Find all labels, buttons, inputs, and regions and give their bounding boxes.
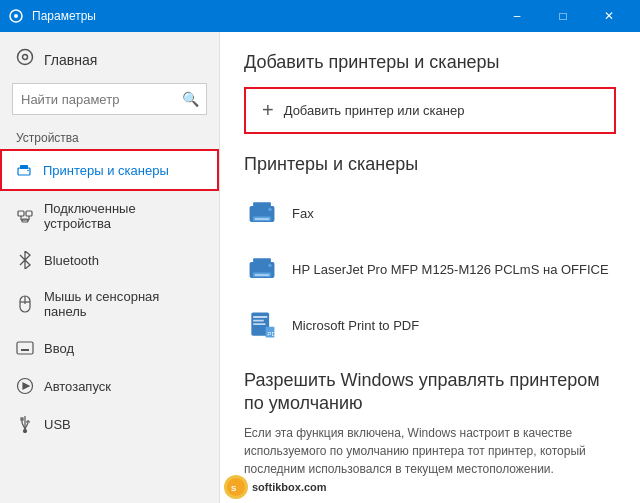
- svg-point-39: [268, 264, 272, 268]
- sidebar-item-mouse[interactable]: Мышь и сенсорная панель: [0, 279, 219, 329]
- sidebar-item-bluetooth-label: Bluetooth: [44, 253, 99, 268]
- svg-rect-42: [253, 320, 264, 322]
- fax-name: Fax: [292, 206, 314, 221]
- title-bar-text: Параметры: [32, 9, 494, 23]
- printer-item-pdf[interactable]: PDF Microsoft Print to PDF: [244, 297, 616, 353]
- svg-rect-31: [253, 202, 271, 209]
- sidebar: Главная 🔍 Устройства Принтеры и сканеры: [0, 32, 220, 503]
- svg-point-3: [23, 55, 28, 60]
- svg-rect-5: [20, 165, 28, 169]
- mouse-icon: [16, 295, 34, 313]
- svg-rect-9: [26, 211, 32, 216]
- svg-point-7: [27, 170, 29, 172]
- minimize-button[interactable]: –: [494, 0, 540, 32]
- printer-nav-icon: [15, 161, 33, 179]
- pdf-name: Microsoft Print to PDF: [292, 318, 419, 333]
- usb-icon: [16, 415, 34, 433]
- sidebar-item-usb[interactable]: USB: [0, 405, 219, 443]
- printer-item-hp[interactable]: HP LaserJet Pro MFP M125-M126 PCLmS на O…: [244, 241, 616, 297]
- home-icon: [16, 48, 34, 71]
- title-bar-controls: – □ ✕: [494, 0, 632, 32]
- sidebar-item-autostart-label: Автозапуск: [44, 379, 111, 394]
- sidebar-item-bluetooth[interactable]: Bluetooth: [0, 241, 219, 279]
- add-section-title: Добавить принтеры и сканеры: [244, 52, 616, 73]
- search-icon: 🔍: [182, 91, 199, 107]
- maximize-button[interactable]: □: [540, 0, 586, 32]
- svg-text:PDF: PDF: [267, 330, 278, 337]
- app-body: Главная 🔍 Устройства Принтеры и сканеры: [0, 32, 640, 503]
- allow-section-title: Разрешить Windows управлять принтером по…: [244, 369, 616, 416]
- pdf-printer-icon: PDF: [244, 307, 280, 343]
- sidebar-item-input-label: Ввод: [44, 341, 74, 356]
- main-content: Добавить принтеры и сканеры + Добавить п…: [220, 32, 640, 503]
- svg-rect-41: [253, 316, 267, 318]
- add-printer-button[interactable]: + Добавить принтер или сканер: [244, 87, 616, 134]
- sidebar-item-connected[interactable]: Подключенные устройства: [0, 191, 219, 241]
- svg-rect-36: [253, 258, 271, 265]
- sidebar-section-label: Устройства: [0, 127, 219, 149]
- bluetooth-icon: [16, 251, 34, 269]
- sidebar-home-item[interactable]: Главная: [0, 32, 219, 79]
- sidebar-item-usb-label: USB: [44, 417, 71, 432]
- sidebar-item-printers[interactable]: Принтеры и сканеры: [0, 149, 219, 191]
- svg-point-34: [268, 208, 272, 212]
- close-button[interactable]: ✕: [586, 0, 632, 32]
- connected-icon: [16, 207, 34, 225]
- svg-rect-38: [255, 274, 269, 275]
- svg-rect-26: [21, 418, 23, 420]
- svg-rect-8: [18, 211, 24, 216]
- svg-rect-6: [20, 172, 28, 174]
- svg-point-2: [18, 50, 33, 65]
- printers-section-title: Принтеры и сканеры: [244, 154, 616, 175]
- add-printer-btn-label: Добавить принтер или сканер: [284, 103, 465, 118]
- autostart-icon: [16, 377, 34, 395]
- svg-rect-17: [17, 342, 33, 354]
- svg-marker-23: [23, 383, 29, 389]
- sidebar-item-printers-label: Принтеры и сканеры: [43, 163, 169, 178]
- allow-section-desc: Если эта функция включена, Windows настр…: [244, 424, 616, 478]
- sidebar-home-label: Главная: [44, 52, 97, 68]
- add-icon: +: [262, 99, 274, 122]
- input-icon: [16, 339, 34, 357]
- app-icon: [8, 8, 24, 24]
- svg-rect-33: [255, 218, 269, 219]
- title-bar: Параметры – □ ✕: [0, 0, 640, 32]
- sidebar-item-connected-label: Подключенные устройства: [44, 201, 203, 231]
- printer-item-fax[interactable]: Fax: [244, 185, 616, 241]
- search-input[interactable]: [12, 83, 207, 115]
- svg-rect-43: [253, 323, 265, 325]
- watermark-logo: S: [224, 475, 248, 499]
- svg-point-1: [14, 14, 18, 18]
- svg-text:S: S: [231, 484, 237, 493]
- sidebar-item-autostart[interactable]: Автозапуск: [0, 367, 219, 405]
- sidebar-item-mouse-label: Мышь и сенсорная панель: [44, 289, 203, 319]
- watermark-text: softikbox.com: [252, 481, 327, 493]
- hp-name: HP LaserJet Pro MFP M125-M126 PCLmS на O…: [292, 262, 609, 277]
- fax-icon: [244, 195, 280, 231]
- sidebar-item-input[interactable]: Ввод: [0, 329, 219, 367]
- search-box: 🔍: [12, 83, 207, 115]
- hp-printer-icon: [244, 251, 280, 287]
- watermark: S softikbox.com: [224, 475, 327, 499]
- svg-point-29: [24, 430, 27, 433]
